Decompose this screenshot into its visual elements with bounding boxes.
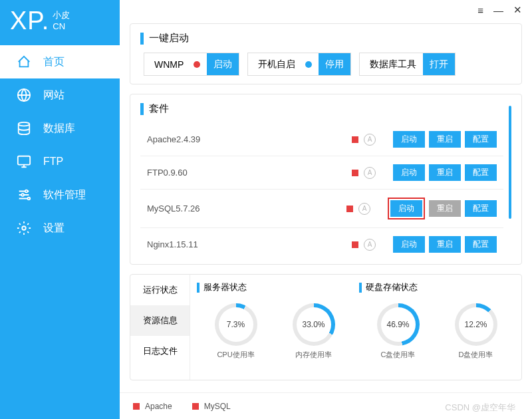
suite-name: FTP0.9.60: [147, 168, 352, 178]
gauge-circle: 12.2%: [455, 303, 497, 346]
status-body: 服务器状态7.3%CPU使用率33.0%内存使用率硬盘存储状态46.9%C盘使用…: [190, 275, 521, 380]
status-tab[interactable]: 运行状态: [130, 275, 190, 305]
suite-action-button[interactable]: 重启: [429, 200, 461, 217]
svg-point-3: [25, 190, 28, 193]
status-square: [352, 241, 358, 248]
suite-row: FTP0.9.60A启动重启配置: [140, 156, 503, 190]
nav-label: 网站: [43, 88, 65, 102]
scrollbar[interactable]: [509, 106, 511, 219]
menu-icon[interactable]: ≡: [477, 5, 483, 16]
status-tab[interactable]: 资源信息: [130, 305, 190, 336]
suite-row: Nginx1.15.11A启动重启配置: [140, 228, 503, 261]
title-accent-bar: [140, 103, 144, 115]
quickstart-title: 一键启动: [149, 32, 189, 45]
gauge: 12.2%D盘使用率: [455, 303, 497, 360]
suite-action-button[interactable]: 启动: [393, 236, 425, 253]
gauge: 7.3%CPU使用率: [215, 303, 257, 360]
status-square: [352, 136, 358, 143]
suite-name: Nginx1.15.11: [147, 239, 352, 249]
suite-action-button[interactable]: 重启: [429, 131, 461, 148]
status-section: 运行状态资源信息日志文件 服务器状态7.3%CPU使用率33.0%内存使用率硬盘…: [130, 274, 522, 380]
gauge-label: D盘使用率: [455, 350, 497, 360]
quick-button[interactable]: 启动: [207, 53, 239, 75]
nav-item-home[interactable]: 首页: [0, 45, 120, 78]
nav-item-monitor[interactable]: FTP: [0, 145, 120, 178]
main-panel: ≡ — ✕ 一键启动 WNMP启动开机自启停用数据库工具打开 套件: [120, 0, 532, 419]
suite-action-button[interactable]: 配置: [465, 164, 497, 181]
status-square: [352, 170, 358, 176]
titlebar: ≡ — ✕: [120, 0, 532, 20]
status-group: 服务器状态7.3%CPU使用率33.0%内存使用率: [197, 281, 352, 360]
sidebar: XP. 小皮 CN 首页网站数据库FTP软件管理设置: [0, 0, 120, 419]
a-icon[interactable]: A: [364, 239, 376, 251]
suite-action-button[interactable]: 配置: [465, 131, 497, 148]
monitor-icon: [17, 154, 31, 169]
footer-item: MySQL: [192, 402, 231, 411]
suite-action-button[interactable]: 启动: [393, 131, 425, 148]
nav-item-database[interactable]: 数据库: [0, 112, 120, 145]
status-tab[interactable]: 日志文件: [130, 336, 190, 366]
suite-action-button[interactable]: 配置: [465, 200, 497, 217]
suite-action-button[interactable]: 重启: [429, 164, 461, 181]
quick-button[interactable]: 停用: [319, 53, 350, 75]
gauge-label: CPU使用率: [215, 350, 257, 360]
svg-rect-2: [18, 156, 30, 165]
nav-item-sliders[interactable]: 软件管理: [0, 178, 120, 211]
quick-item: 数据库工具打开: [359, 53, 456, 76]
quick-item: WNMP启动: [144, 53, 239, 76]
status-square: [192, 403, 199, 410]
nav-label: 设置: [43, 221, 65, 235]
title-accent-bar: [140, 33, 144, 45]
suite-name: MySQL5.7.26: [147, 204, 346, 213]
gauge-value: 12.2%: [455, 303, 497, 346]
quick-button[interactable]: 打开: [423, 53, 455, 75]
suite-action-button[interactable]: 配置: [465, 236, 497, 253]
gauges-row: 46.9%C盘使用率12.2%D盘使用率: [359, 303, 515, 360]
status-groups: 服务器状态7.3%CPU使用率33.0%内存使用率硬盘存储状态46.9%C盘使用…: [197, 281, 515, 360]
suite-list: Apache2.4.39A启动重启配置FTP0.9.60A启动重启配置MySQL…: [140, 123, 503, 261]
sliders-icon: [17, 188, 31, 202]
suite-list-container: 套件 Apache2.4.39A启动重启配置FTP0.9.60A启动重启配置My…: [140, 102, 503, 261]
gauge-label: 内存使用率: [293, 350, 335, 360]
footer: ApacheMySQL CSDN @虚空年华: [120, 392, 532, 419]
gear-icon: [17, 221, 31, 235]
gauge-circle: 46.9%: [377, 303, 420, 346]
a-icon[interactable]: A: [358, 203, 370, 215]
status-dot: [194, 61, 200, 68]
highlight-box: 启动: [388, 198, 425, 219]
footer-items: ApacheMySQL: [133, 402, 231, 411]
minimize-button[interactable]: —: [493, 5, 503, 16]
close-button[interactable]: ✕: [513, 4, 522, 16]
svg-point-6: [22, 226, 26, 230]
nav-item-gear[interactable]: 设置: [0, 211, 120, 245]
group-title: 服务器状态: [197, 281, 352, 293]
status-tabs: 运行状态资源信息日志文件: [130, 275, 190, 380]
logo: XP. 小皮 CN: [0, 0, 120, 45]
a-icon[interactable]: A: [364, 167, 376, 179]
svg-point-4: [21, 194, 24, 196]
gauge-circle: 7.3%: [215, 303, 257, 346]
title-accent-bar: [359, 283, 362, 293]
a-icon[interactable]: A: [364, 134, 376, 146]
section-title: 套件: [140, 102, 503, 115]
section-title: 一键启动: [140, 32, 511, 45]
footer-label: Apache: [145, 402, 172, 411]
gauge-value: 7.3%: [215, 303, 257, 346]
suite-action-button[interactable]: 启动: [393, 164, 425, 181]
gauge-circle: 33.0%: [293, 303, 335, 346]
group-title: 硬盘存储状态: [359, 281, 515, 293]
quick-label: 开机自启: [248, 59, 302, 70]
footer-label: MySQL: [204, 402, 231, 411]
gauge-value: 33.0%: [293, 303, 335, 346]
gauge: 46.9%C盘使用率: [377, 303, 420, 360]
suite-action-button[interactable]: 重启: [429, 236, 461, 253]
suite-action-button[interactable]: 启动: [390, 200, 422, 217]
status-square: [133, 403, 140, 410]
gauge-label: C盘使用率: [377, 350, 420, 360]
gauge: 33.0%内存使用率: [293, 303, 335, 360]
nav-label: 软件管理: [43, 188, 86, 202]
nav-item-globe[interactable]: 网站: [0, 78, 120, 112]
suite-row: Apache2.4.39A启动重启配置: [140, 123, 503, 156]
gauge-value: 46.9%: [377, 303, 420, 346]
nav-label: 首页: [43, 55, 65, 69]
